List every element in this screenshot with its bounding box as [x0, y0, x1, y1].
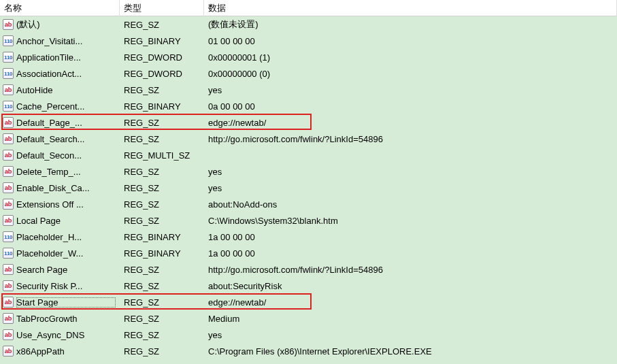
value-name-label: Default_Page_...: [16, 118, 116, 128]
table-row[interactable]: AutoHideREG_SZyes: [0, 82, 617, 98]
string-value-icon: [3, 117, 14, 128]
value-data-cell: edge://newtab/: [204, 296, 617, 309]
value-type-cell: REG_SZ: [120, 329, 204, 342]
value-type-cell: REG_BINARY: [120, 231, 204, 244]
value-name-cell[interactable]: x86AppPath: [0, 344, 120, 358]
value-type-cell: REG_SZ: [120, 133, 204, 146]
value-data-cell: yes: [204, 84, 617, 97]
string-value-icon: [3, 150, 14, 161]
table-row[interactable]: (默认)REG_SZ(数值未设置): [0, 16, 617, 33]
binary-value-icon: [3, 231, 14, 242]
value-name-cell[interactable]: Placeholder_H...: [0, 230, 120, 244]
value-data-cell: 1a 00 00 00: [204, 231, 617, 244]
value-name-cell[interactable]: Use_Async_DNS: [0, 328, 120, 342]
table-row[interactable]: Placeholder_H...REG_BINARY1a 00 00 00: [0, 229, 617, 245]
string-value-icon: [3, 215, 14, 226]
binary-value-icon: [3, 68, 14, 79]
header-data[interactable]: 数据: [204, 0, 617, 16]
value-data-cell: 01 00 00 00: [204, 35, 617, 48]
value-name-label: Local Page: [16, 216, 116, 226]
table-row[interactable]: Default_Secon...REG_MULTI_SZ: [0, 147, 617, 163]
string-value-icon: [3, 182, 14, 193]
value-name-cell[interactable]: Enable_Disk_Ca...: [0, 181, 120, 195]
value-name-cell[interactable]: Extensions Off ...: [0, 197, 120, 211]
value-type-cell: REG_MULTI_SZ: [120, 149, 204, 162]
value-name-label: ApplicationTile...: [16, 52, 116, 63]
value-name-label: Default_Secon...: [16, 150, 116, 161]
value-data-cell: C:\Windows\System32\blank.htm: [204, 214, 617, 227]
value-name-cell[interactable]: AutoHide: [0, 83, 120, 97]
registry-value-list: (默认)REG_SZ(数值未设置)Anchor_Visitati...REG_B…: [0, 16, 617, 359]
table-row[interactable]: Security Risk P...REG_SZabout:SecurityRi…: [0, 278, 617, 294]
table-row[interactable]: x86AppPathREG_SZC:\Program Files (x86)\I…: [0, 343, 617, 359]
table-row[interactable]: Enable_Disk_Ca...REG_SZyes: [0, 180, 617, 196]
string-value-icon: [3, 313, 14, 324]
value-type-cell: REG_SZ: [120, 263, 204, 276]
value-name-cell[interactable]: Security Risk P...: [0, 279, 120, 293]
value-type-cell: REG_SZ: [120, 18, 204, 31]
table-row[interactable]: AssociationAct...REG_DWORD0x00000000 (0): [0, 65, 617, 82]
table-row[interactable]: Extensions Off ...REG_SZabout:NoAdd-ons: [0, 196, 617, 212]
value-type-cell: REG_SZ: [120, 345, 204, 358]
value-data-cell: http://go.microsoft.com/fwlink/?LinkId=5…: [204, 133, 617, 146]
value-type-cell: REG_SZ: [120, 165, 204, 178]
value-type-cell: REG_BINARY: [120, 35, 204, 48]
value-name-cell[interactable]: Placeholder_W...: [0, 246, 120, 260]
value-name-cell[interactable]: ApplicationTile...: [0, 50, 120, 64]
table-row[interactable]: Local PageREG_SZC:\Windows\System32\blan…: [0, 212, 617, 229]
table-row[interactable]: Anchor_Visitati...REG_BINARY01 00 00 00: [0, 33, 617, 49]
value-name-cell[interactable]: Delete_Temp_...: [0, 165, 120, 178]
table-row[interactable]: TabProcGrowthREG_SZMedium: [0, 310, 617, 327]
value-data-cell: 0a 00 00 00: [204, 100, 617, 113]
value-data-cell: yes: [204, 182, 617, 195]
value-type-cell: REG_DWORD: [120, 51, 204, 64]
value-name-cell[interactable]: Default_Search...: [0, 132, 120, 146]
value-name-cell[interactable]: (默认): [0, 17, 120, 32]
value-name-label: Search Page: [16, 265, 116, 275]
table-row[interactable]: Cache_Percent...REG_BINARY0a 00 00 00: [0, 98, 617, 114]
value-type-cell: REG_SZ: [120, 214, 204, 227]
table-row[interactable]: Default_Page_...REG_SZedge://newtab/: [0, 114, 617, 131]
string-value-icon: [3, 264, 14, 275]
table-row[interactable]: Placeholder_W...REG_BINARY1a 00 00 00: [0, 245, 617, 261]
value-type-cell: REG_SZ: [120, 182, 204, 195]
value-data-cell: 0x00000001 (1): [204, 51, 617, 64]
value-name-cell[interactable]: AssociationAct...: [0, 67, 120, 80]
header-name[interactable]: 名称: [0, 0, 120, 16]
table-row[interactable]: Delete_Temp_...REG_SZyes: [0, 163, 617, 180]
binary-value-icon: [3, 35, 14, 46]
value-data-cell: C:\Program Files (x86)\Internet Explorer…: [204, 345, 617, 358]
table-row[interactable]: Search PageREG_SZhttp://go.microsoft.com…: [0, 261, 617, 278]
value-name-label: Enable_Disk_Ca...: [16, 183, 116, 193]
table-row[interactable]: Use_Async_DNSREG_SZyes: [0, 327, 617, 343]
header-type[interactable]: 类型: [120, 0, 204, 16]
string-value-icon: [3, 329, 14, 340]
value-type-cell: REG_SZ: [120, 198, 204, 211]
value-type-cell: REG_SZ: [120, 116, 204, 129]
value-name-label: Anchor_Visitati...: [16, 36, 116, 46]
value-name-label: Extensions Off ...: [16, 199, 116, 210]
value-name-cell[interactable]: Anchor_Visitati...: [0, 34, 120, 48]
string-value-icon: [3, 133, 14, 144]
value-name-cell[interactable]: Cache_Percent...: [0, 99, 120, 113]
table-row[interactable]: Start PageREG_SZedge://newtab/: [0, 294, 617, 310]
value-name-cell[interactable]: Local Page: [0, 214, 120, 227]
value-name-label: x86AppPath: [16, 346, 116, 357]
value-name-label: Default_Search...: [16, 134, 116, 144]
table-row[interactable]: Default_Search...REG_SZhttp://go.microso…: [0, 131, 617, 147]
value-data-cell: (数值未设置): [204, 17, 617, 32]
string-value-icon: [3, 297, 14, 308]
value-name-label: Security Risk P...: [16, 281, 116, 291]
value-name-cell[interactable]: Default_Page_...: [0, 116, 120, 129]
value-type-cell: REG_DWORD: [120, 67, 204, 80]
value-name-cell[interactable]: TabProcGrowth: [0, 312, 120, 325]
binary-value-icon: [3, 248, 14, 259]
value-name-cell[interactable]: Start Page: [0, 295, 120, 309]
value-name-label: Use_Async_DNS: [16, 330, 116, 340]
value-data-cell: Medium: [204, 312, 617, 325]
value-name-label: TabProcGrowth: [16, 314, 116, 324]
value-data-cell: yes: [204, 165, 617, 178]
table-row[interactable]: ApplicationTile...REG_DWORD0x00000001 (1…: [0, 49, 617, 65]
value-name-cell[interactable]: Search Page: [0, 263, 120, 276]
value-name-cell[interactable]: Default_Secon...: [0, 148, 120, 162]
